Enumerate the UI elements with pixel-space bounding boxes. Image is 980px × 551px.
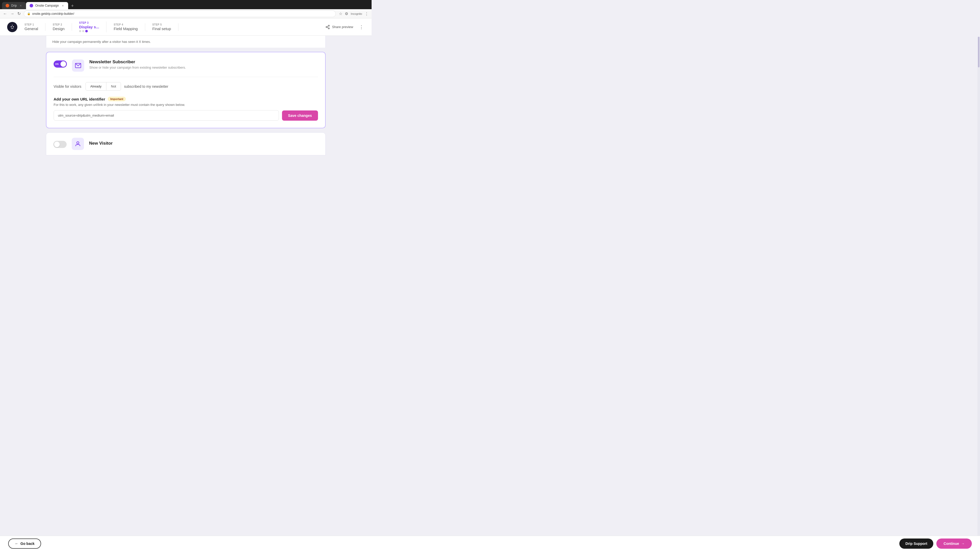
logo-icon [7,22,18,32]
browser-toolbar: ☆ ⚙ Incognito ⋮ [339,11,369,16]
svg-point-3 [326,26,327,27]
url-text: onsite.getdrip.com/drip-builder/ [32,12,74,16]
share-preview-label: Share preview [332,25,353,29]
url-identifier-input[interactable] [54,110,279,121]
not-button[interactable]: Not [107,83,121,90]
tab-bar: Drip ✕ Onsite Campaign ✕ + [0,0,372,9]
toggle-dot-2 [82,30,84,32]
onsite-favicon [30,4,33,7]
step-5[interactable]: STEP 5 Final setup [145,23,178,31]
bookmark-icon[interactable]: ☆ [339,11,342,16]
fade-section: Hide your campaign permanently after a v… [46,36,326,48]
fade-text: Hide your campaign permanently after a v… [52,40,151,44]
step-2-label: STEP 2 [52,23,65,26]
subscriber-toggle-group: Already Not [86,82,121,91]
url-description: For this to work, any given url/link in … [54,103,318,106]
url-section-header: Add your own URL identifier Important [54,97,318,101]
tab-onsite-label: Onsite Campaign [35,4,59,7]
extensions-icon[interactable]: ⚙ [345,11,348,16]
step-3-toggle [79,30,99,32]
already-button[interactable]: Already [86,83,107,90]
header-right: Share preview ⋮ [325,23,366,31]
newsletter-title: Newsletter Subscriber [89,59,318,65]
step-1-label: STEP 1 [24,23,38,26]
reload-button[interactable]: ↻ [18,11,21,16]
main-content: Hide your campaign permanently after a v… [0,36,372,189]
svg-line-5 [327,27,328,28]
step-2-name: Design [52,27,65,31]
tab-drip[interactable]: Drip ✕ [2,2,26,9]
steps-navigation: STEP 1 General STEP 2 Design STEP 3 Disp… [24,21,325,32]
svg-point-0 [11,26,12,27]
step-3-name: Display s... [79,25,99,29]
svg-point-1 [13,26,14,27]
svg-point-2 [328,25,329,26]
step-5-label: STEP 5 [152,23,171,26]
more-options-button[interactable]: ⋮ [357,23,366,31]
tab-drip-close[interactable]: ✕ [19,4,22,7]
step-2[interactable]: STEP 2 Design [45,23,72,31]
menu-icon[interactable]: ⋮ [365,11,369,16]
svg-point-4 [328,28,329,29]
step-4-name: Field Mapping [114,27,138,31]
step-4[interactable]: STEP 4 Field Mapping [107,23,145,31]
card-title-section: Newsletter Subscriber Show or hide your … [89,59,318,69]
save-changes-button[interactable]: Save changes [282,110,318,121]
visitor-icon [75,141,81,147]
new-visitor-header: New Visitor [53,138,318,150]
lock-icon: 🔒 [27,12,30,15]
newsletter-icon-box [72,59,84,72]
drip-favicon [6,4,9,7]
newsletter-description: Show or hide your campaign from existing… [89,65,318,69]
new-visitor-card: New Visitor [46,132,326,156]
url-section: Add your own URL identifier Important Fo… [54,97,318,121]
important-badge: Important [108,97,126,101]
forward-button[interactable]: → [10,11,14,16]
logo[interactable] [6,21,18,33]
step-3-label: STEP 3 [79,21,99,24]
new-visitor-toggle[interactable] [53,141,67,148]
share-preview-button[interactable]: Share preview [325,25,353,29]
new-visitor-toggle-knob [54,141,60,147]
toggle-dot-1 [79,30,81,32]
newsletter-card: ON Newsletter Subscriber Show or hide yo… [46,52,326,128]
tab-onsite[interactable]: Onsite Campaign ✕ [26,2,68,9]
app-header: STEP 1 General STEP 2 Design STEP 3 Disp… [0,18,372,36]
visitor-row: Visible for visitors Already Not subscri… [54,82,318,91]
step-1[interactable]: STEP 1 General [24,23,45,31]
step-1-name: General [24,27,38,31]
visible-label: Visible for visitors [54,84,81,89]
incognito-label: Incognito [351,12,362,15]
new-visitor-title-section: New Visitor [89,141,318,147]
step-3[interactable]: STEP 3 Display s... [72,21,107,32]
url-field[interactable]: 🔒 onsite.getdrip.com/drip-builder/ [24,11,336,17]
on-toggle-label: ON [55,63,59,65]
address-bar: ← → ↻ 🔒 onsite.getdrip.com/drip-builder/… [0,9,372,18]
subscriber-text: subscribed to my newsletter [124,84,169,89]
new-visitor-title: New Visitor [89,141,318,146]
new-visitor-icon-box [72,138,84,150]
svg-line-6 [327,26,328,27]
url-input-row: Save changes [54,110,318,121]
more-icon: ⋮ [359,24,364,30]
tab-drip-label: Drip [11,4,17,7]
tab-onsite-close[interactable]: ✕ [61,4,65,7]
back-button[interactable]: ← [3,11,7,16]
card-header: ON Newsletter Subscriber Show or hide yo… [54,59,318,72]
step-5-name: Final setup [152,27,171,31]
url-title: Add your own URL identifier [54,97,105,101]
on-toggle-knob [60,61,66,67]
content-wrapper: ON Newsletter Subscriber Show or hide yo… [46,48,326,159]
card-divider [54,77,318,77]
newsletter-toggle[interactable]: ON [54,60,67,68]
toggle-dot-3 [85,30,88,32]
new-tab-button[interactable]: + [69,3,76,9]
svg-point-8 [77,141,79,144]
envelope-icon [75,62,81,69]
step-4-label: STEP 4 [114,23,138,26]
